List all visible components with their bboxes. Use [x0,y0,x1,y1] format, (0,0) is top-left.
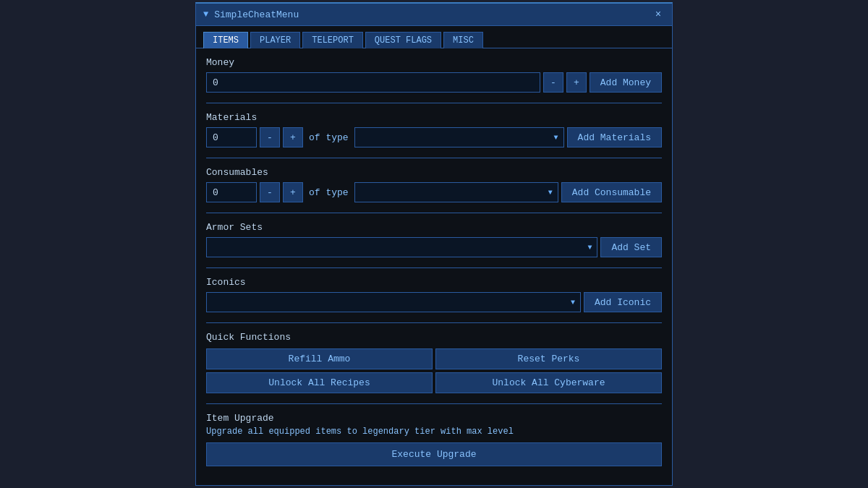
divider-2 [206,158,662,158]
materials-label: Materials [206,112,662,123]
materials-type-wrapper [354,127,564,147]
materials-section: Materials - + of type Add Materials [206,112,662,147]
title-bar: ▼ SimpleCheatMenu × [196,4,672,26]
materials-of-type-label: of type [306,132,352,143]
consumables-of-type-label: of type [306,187,352,198]
consumables-plus-button[interactable]: + [283,182,303,202]
money-label: Money [206,57,662,68]
tab-player[interactable]: PLAYER [250,32,300,48]
item-upgrade-label: Item Upgrade [206,413,662,424]
armor-sets-select[interactable] [206,237,597,257]
divider-1 [206,103,662,103]
add-money-button[interactable]: Add Money [590,72,662,93]
iconics-row: Add Iconic [206,292,662,312]
tab-teleport[interactable]: TELEPORT [302,32,363,48]
unlock-cyberware-button[interactable]: Unlock All Cyberware [435,372,662,393]
armor-sets-type-wrapper [206,237,597,257]
window-title: SimpleCheatMenu [214,9,299,20]
armor-sets-section: Armor Sets Add Set [206,222,662,257]
money-minus-button[interactable]: - [543,72,563,93]
materials-minus-button[interactable]: - [260,127,280,147]
iconics-label: Iconics [206,277,662,288]
content-area: Money - + Add Money Materials - + of typ… [196,48,672,485]
materials-row: - + of type Add Materials [206,127,662,147]
iconics-section: Iconics Add Iconic [206,277,662,312]
consumables-input[interactable] [206,182,257,202]
consumables-minus-button[interactable]: - [260,182,280,202]
materials-plus-button[interactable]: + [283,127,303,147]
materials-type-select[interactable] [354,127,564,147]
reset-perks-button[interactable]: Reset Perks [435,348,662,369]
materials-input[interactable] [206,127,257,147]
unlock-recipes-button[interactable]: Unlock All Recipes [206,372,433,393]
consumables-label: Consumables [206,167,662,178]
quick-functions-grid: Refill Ammo Reset Perks Unlock All Recip… [206,348,662,393]
money-plus-button[interactable]: + [566,72,587,93]
cheat-menu-window: ▼ SimpleCheatMenu × ITEMS PLAYER TELEPOR… [195,2,673,486]
execute-upgrade-button[interactable]: Execute Upgrade [206,442,662,466]
add-set-button[interactable]: Add Set [600,237,662,257]
tab-quest-flags[interactable]: QUEST FLAGS [365,32,441,48]
title-arrow-icon: ▼ [203,9,208,20]
item-upgrade-section: Item Upgrade Upgrade all equipped items … [206,413,662,466]
quick-functions-label: Quick Functions [206,332,662,343]
close-button[interactable]: × [652,8,665,21]
divider-5 [206,322,662,323]
item-upgrade-description: Upgrade all equipped items to legendary … [206,427,662,437]
iconics-select[interactable] [206,292,581,312]
add-iconic-button[interactable]: Add Iconic [584,292,662,312]
add-consumable-button[interactable]: Add Consumable [561,182,662,202]
add-materials-button[interactable]: Add Materials [567,127,662,147]
refill-ammo-button[interactable]: Refill Ammo [206,348,433,369]
divider-3 [206,213,662,213]
money-input[interactable] [206,72,540,93]
divider-6 [206,403,662,404]
iconics-type-wrapper [206,292,581,312]
consumables-type-wrapper [354,182,558,202]
divider-4 [206,267,662,268]
tab-items[interactable]: ITEMS [203,32,248,48]
money-section: Money - + Add Money [206,57,662,93]
consumables-row: - + of type Add Consumable [206,182,662,202]
quick-functions-section: Quick Functions Refill Ammo Reset Perks … [206,332,662,393]
tab-misc[interactable]: MISC [443,32,483,48]
armor-sets-label: Armor Sets [206,222,662,233]
tab-bar: ITEMS PLAYER TELEPORT QUEST FLAGS MISC [196,26,672,48]
consumables-type-select[interactable] [354,182,558,202]
consumables-section: Consumables - + of type Add Consumable [206,167,662,202]
money-row: - + Add Money [206,72,662,93]
armor-sets-row: Add Set [206,237,662,257]
